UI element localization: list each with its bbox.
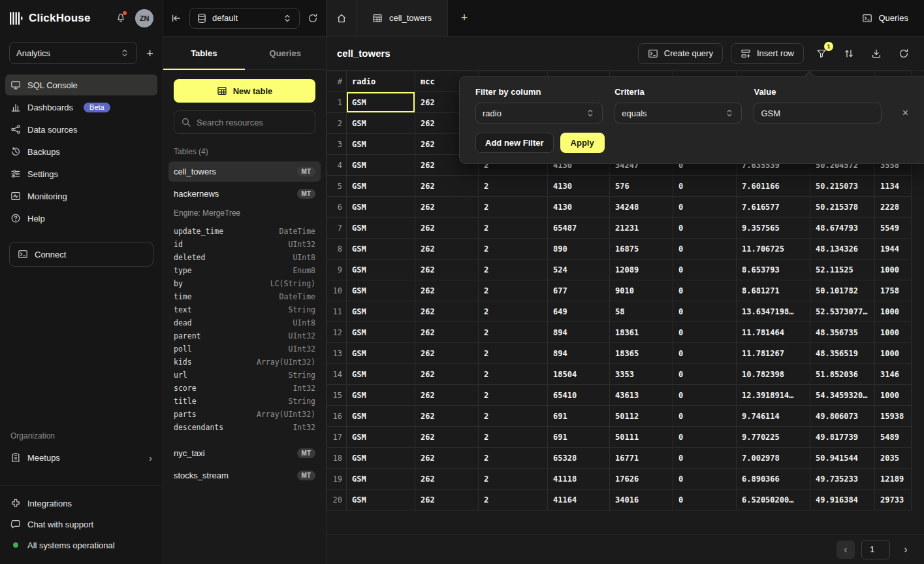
data-cell[interactable]: 0 xyxy=(673,406,737,427)
data-cell[interactable]: 29733 xyxy=(875,489,912,510)
data-cell[interactable]: GSM xyxy=(347,427,415,448)
data-cell[interactable]: 16875 xyxy=(610,239,673,259)
data-cell[interactable]: 50.941544 xyxy=(810,448,875,469)
data-cell[interactable]: 9010 xyxy=(610,280,673,301)
row-number-cell[interactable]: 15 xyxy=(327,385,347,406)
data-cell[interactable]: 50.101782 xyxy=(810,280,875,301)
data-cell[interactable]: 7.616577 xyxy=(737,197,810,218)
row-number-cell[interactable]: 19 xyxy=(327,469,347,489)
data-cell[interactable]: GSM xyxy=(347,113,415,134)
sidebar-item-dashboards[interactable]: Dashboards Beta xyxy=(5,97,157,118)
data-cell[interactable]: 12089 xyxy=(610,259,673,280)
sidebar-item-monitoring[interactable]: Monitoring xyxy=(5,186,157,207)
data-cell[interactable]: 2 xyxy=(479,259,548,280)
data-cell[interactable]: GSM xyxy=(347,134,415,155)
data-cell[interactable]: 1000 xyxy=(875,322,912,343)
notifications-button[interactable] xyxy=(116,12,126,25)
row-number-cell[interactable]: 20 xyxy=(327,489,347,510)
tab-cell-towers[interactable]: cell_towers xyxy=(357,0,448,36)
table-item-hackernews[interactable]: hackernews MT xyxy=(168,184,321,204)
new-table-button[interactable]: New table xyxy=(174,79,315,103)
data-cell[interactable]: 894 xyxy=(548,322,610,343)
collapse-panel-icon[interactable] xyxy=(171,13,182,24)
filter-column-select[interactable]: radio xyxy=(475,103,603,124)
column-header-row-number[interactable]: # xyxy=(327,71,347,92)
data-cell[interactable]: GSM xyxy=(347,385,415,406)
data-cell[interactable]: GSM xyxy=(347,259,415,280)
data-cell[interactable]: GSM xyxy=(347,301,415,322)
data-cell[interactable]: 2 xyxy=(479,364,548,385)
row-number-cell[interactable]: 14 xyxy=(327,364,347,385)
row-number-cell[interactable]: 4 xyxy=(327,155,347,176)
data-cell[interactable]: 50.215073 xyxy=(810,176,875,197)
data-cell[interactable]: 2 xyxy=(479,280,548,301)
data-cell[interactable]: 41164 xyxy=(548,489,610,510)
refresh-button[interactable] xyxy=(894,44,914,63)
data-cell[interactable]: GSM xyxy=(347,155,415,176)
data-cell[interactable]: 0 xyxy=(673,280,737,301)
data-cell[interactable]: 4130 xyxy=(548,197,610,218)
data-cell[interactable]: 9.357565 xyxy=(737,218,810,239)
data-cell[interactable]: 262 xyxy=(415,280,479,301)
data-cell[interactable]: 0 xyxy=(673,427,737,448)
data-cell[interactable]: 1000 xyxy=(875,259,912,280)
data-cell[interactable]: 262 xyxy=(415,385,479,406)
data-cell[interactable]: 649 xyxy=(548,301,610,322)
data-cell[interactable]: 262 xyxy=(415,218,479,239)
row-number-cell[interactable]: 5 xyxy=(327,176,347,197)
table-item-stocks-stream[interactable]: stocks_stream MT xyxy=(168,465,321,486)
data-cell[interactable]: 48.674793 xyxy=(810,218,875,239)
data-cell[interactable]: 49.817739 xyxy=(810,427,875,448)
data-cell[interactable]: 65328 xyxy=(548,448,610,469)
add-workspace-button[interactable]: + xyxy=(146,47,153,59)
table-item-cell-towers[interactable]: cell_towers MT xyxy=(168,161,321,182)
selected-cell[interactable]: GSM xyxy=(347,92,415,113)
data-cell[interactable]: 262 xyxy=(415,364,479,385)
data-cell[interactable]: 262 xyxy=(415,197,479,218)
data-cell[interactable]: 8.681271 xyxy=(737,280,810,301)
data-cell[interactable]: 12189 xyxy=(875,469,912,489)
data-cell[interactable]: 58 xyxy=(610,301,673,322)
data-cell[interactable]: 2228 xyxy=(875,197,912,218)
data-cell[interactable]: 13.6347198… xyxy=(737,301,810,322)
avatar[interactable]: ZN xyxy=(135,9,153,27)
insert-row-button[interactable]: Insert row xyxy=(731,43,804,64)
filter-close-button[interactable]: × xyxy=(902,107,908,119)
org-item-meetups[interactable]: Meetups › xyxy=(5,447,157,468)
data-cell[interactable]: 2 xyxy=(479,406,548,427)
column-header-radio[interactable]: radio xyxy=(347,71,415,92)
data-cell[interactable]: 9.746114 xyxy=(737,406,810,427)
data-cell[interactable]: 262 xyxy=(415,343,479,364)
prev-page-button[interactable]: ‹ xyxy=(836,540,855,559)
sidebar-item-help[interactable]: Help xyxy=(5,208,157,229)
sidebar-item-settings[interactable]: Settings xyxy=(5,163,157,184)
row-number-cell[interactable]: 2 xyxy=(327,113,347,134)
row-number-cell[interactable]: 1 xyxy=(327,92,347,113)
data-cell[interactable]: 1000 xyxy=(875,343,912,364)
row-number-cell[interactable]: 10 xyxy=(327,280,347,301)
row-number-cell[interactable]: 3 xyxy=(327,134,347,155)
data-cell[interactable]: 262 xyxy=(415,301,479,322)
data-cell[interactable]: 2 xyxy=(479,197,548,218)
data-cell[interactable]: 890 xyxy=(548,239,610,259)
data-cell[interactable]: 50.215378 xyxy=(810,197,875,218)
data-cell[interactable]: 262 xyxy=(415,322,479,343)
data-cell[interactable]: 18365 xyxy=(610,343,673,364)
row-number-cell[interactable]: 11 xyxy=(327,301,347,322)
data-cell[interactable]: 2 xyxy=(479,448,548,469)
add-filter-button[interactable]: Add new Filter xyxy=(475,133,554,153)
create-query-button[interactable]: Create query xyxy=(638,43,723,64)
data-cell[interactable]: 0 xyxy=(673,197,737,218)
data-cell[interactable]: 262 xyxy=(415,469,479,489)
sidebar-item-backups[interactable]: Backups xyxy=(5,141,157,162)
home-button[interactable] xyxy=(327,0,357,36)
data-cell[interactable]: GSM xyxy=(347,448,415,469)
explorer-tab-queries[interactable]: Queries xyxy=(245,37,327,69)
data-cell[interactable]: 5549 xyxy=(875,218,912,239)
footer-item-chat-with-support[interactable]: Chat with support xyxy=(5,514,157,534)
data-cell[interactable]: 6.52050200… xyxy=(737,489,810,510)
data-cell[interactable]: 41118 xyxy=(548,469,610,489)
data-cell[interactable]: 0 xyxy=(673,385,737,406)
data-cell[interactable]: 54.3459320… xyxy=(810,385,875,406)
data-cell[interactable]: 65487 xyxy=(548,218,610,239)
